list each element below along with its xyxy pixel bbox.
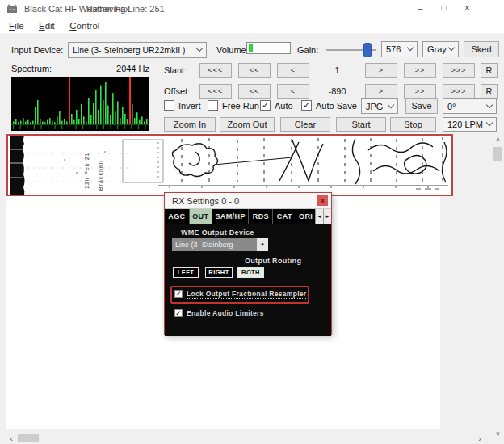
invert-checkbox[interactable] (164, 100, 174, 111)
rotation-value: 0° (447, 102, 456, 111)
dropdown-arrow-icon[interactable]: ▼ (257, 238, 268, 251)
lines-select[interactable]: 576 (381, 41, 418, 57)
lines-value: 576 (386, 44, 401, 54)
slant-value: 1 (319, 65, 355, 75)
vertical-scrollbar[interactable]: ∧ ∨ (492, 133, 504, 440)
scroll-up-icon[interactable]: ∧ (492, 136, 504, 143)
zoom-in-button[interactable]: Zoom In (164, 117, 216, 132)
free-run-label: Free Run (222, 101, 259, 111)
dialog-close-button[interactable]: x (317, 195, 328, 206)
input-device-value: Line (3- Steinberg UR22mkII ) (73, 45, 185, 55)
slant-fast-fwd-button[interactable]: >>> (443, 63, 475, 78)
lock-resampler-checkbox[interactable]: ✓ (174, 290, 183, 298)
scroll-down-icon[interactable]: ∨ (492, 430, 504, 438)
fax-rotated-text-2: Bracknell (98, 160, 103, 191)
lpm-select[interactable]: 120 LPM (443, 117, 497, 132)
tab-sam-hp[interactable]: SAM/HP (212, 209, 250, 224)
offset-fast-back-button[interactable]: <<< (200, 84, 232, 99)
auto-save-label: Auto Save (316, 101, 357, 111)
horizontal-scroll-thumb[interactable] (18, 434, 39, 442)
save-format-select[interactable]: JPG (361, 98, 398, 114)
spectrum-label: Spectrum: (11, 64, 52, 73)
minimize-button[interactable]: – (409, 0, 432, 18)
tab-agc[interactable]: AGC (165, 209, 190, 224)
auto-checkbox[interactable]: ✓ (260, 100, 271, 111)
volume-level-bar (249, 44, 253, 52)
slant-slow-back-button[interactable]: < (277, 63, 309, 78)
close-button[interactable]: × (456, 0, 479, 18)
chevron-down-icon (486, 101, 493, 107)
volume-label: Volume: (216, 45, 249, 55)
slant-slow-fwd-button[interactable]: > (365, 63, 397, 78)
control-panel: Input Device: Line (3- Steinberg UR22mkI… (0, 33, 504, 133)
audio-limiters-checkbox[interactable]: ✓ (174, 309, 183, 317)
dialog-title: RX Settings 0 - 0 (172, 196, 239, 206)
volume-meter (246, 42, 291, 54)
output-routing-label: Output Routing (245, 257, 301, 265)
lpm-value: 120 LPM (447, 119, 483, 129)
dialog-body: WME Output Device Line (3- Steinberg ▼ O… (165, 224, 331, 336)
auto-save-checkbox[interactable]: ✓ (301, 100, 312, 111)
stop-button[interactable]: Stop (390, 117, 436, 132)
dialog-title-bar[interactable]: RX Settings 0 - 0 x (165, 193, 331, 209)
slant-fast-back-button[interactable]: <<< (200, 63, 232, 78)
offset-fast-fwd-button[interactable]: >>> (443, 84, 475, 99)
menu-control[interactable]: Control (64, 20, 105, 31)
fax-rotated-text-1: 12h Feb 21 (84, 153, 90, 189)
color-mode-value: Gray (427, 44, 447, 54)
tab-scroll-right-icon[interactable]: ► (323, 209, 331, 224)
clear-button[interactable]: Clear (280, 117, 330, 132)
offset-reset-button[interactable]: R (481, 84, 498, 99)
offset-value: -890 (319, 86, 355, 96)
tab-scroll-left-icon[interactable]: ◄ (315, 209, 323, 224)
save-format-value: JPG (366, 102, 383, 111)
tab-rds[interactable]: RDS (249, 209, 273, 224)
spectrum-frequency: 2044 Hz (101, 64, 149, 73)
tab-ori[interactable]: ORI (296, 209, 315, 224)
input-device-select[interactable]: Line (3- Steinberg UR22mkII ) (68, 42, 207, 58)
sked-button[interactable]: Sked (464, 41, 499, 57)
maximize-button[interactable]: □ (432, 0, 456, 18)
routing-right-button[interactable]: RIGHT (205, 267, 233, 278)
tab-out[interactable]: OUT (190, 209, 212, 224)
rotation-select[interactable]: 0° (443, 98, 497, 114)
app-icon (6, 3, 18, 15)
app-window: Black Cat HF Weather Fax Receiving Line:… (0, 0, 504, 444)
offset-slow-back-button[interactable]: < (277, 84, 309, 99)
scroll-left-icon[interactable]: ‹ (6, 435, 16, 442)
spectrum-bars (11, 77, 149, 131)
slant-fwd-button[interactable]: >> (404, 63, 436, 78)
spectrum-display[interactable] (11, 77, 149, 131)
routing-both-button[interactable]: BOTH (237, 267, 264, 278)
gain-slider-thumb[interactable] (363, 43, 372, 57)
offset-fwd-button[interactable]: >> (404, 84, 436, 99)
scroll-right-icon[interactable]: › (475, 435, 485, 442)
offset-slow-fwd-button[interactable]: > (365, 84, 397, 99)
gain-slider[interactable] (326, 42, 376, 58)
slant-reset-button[interactable]: R (481, 63, 498, 78)
output-device-value: Line (3- Steinberg (172, 238, 257, 251)
chevron-down-icon (388, 101, 394, 107)
offset-back-button[interactable]: << (238, 84, 271, 99)
save-button[interactable]: Save (405, 98, 438, 114)
slant-label: Slant: (164, 65, 187, 75)
start-button[interactable]: Start (336, 117, 386, 132)
output-device-select[interactable]: Line (3- Steinberg ▼ (172, 238, 268, 251)
fax-image-content: 12h Feb 21 Bracknell (8, 136, 452, 195)
routing-left-button[interactable]: LEFT (173, 267, 199, 278)
vertical-scroll-thumb[interactable] (494, 147, 502, 161)
color-mode-select[interactable]: Gray (422, 41, 459, 57)
menu-file[interactable]: File (3, 20, 30, 31)
offset-label: Offset: (164, 86, 190, 96)
horizontal-scrollbar[interactable]: ‹ › (0, 433, 492, 444)
menu-bar: File Edit Control (0, 18, 504, 33)
input-device-label: Input Device: (11, 45, 63, 55)
lock-resampler-label: Lock Output Fractional Resampler (187, 290, 306, 299)
rx-settings-dialog: RX Settings 0 - 0 x AGC OUT SAM/HP RDS C… (164, 192, 332, 335)
tab-cat[interactable]: CAT (273, 209, 296, 224)
wme-output-device-label: WME Output Device (181, 228, 254, 237)
menu-edit[interactable]: Edit (33, 20, 61, 31)
free-run-checkbox[interactable] (208, 100, 218, 111)
zoom-out-button[interactable]: Zoom Out (220, 117, 275, 132)
slant-back-button[interactable]: << (238, 63, 271, 78)
